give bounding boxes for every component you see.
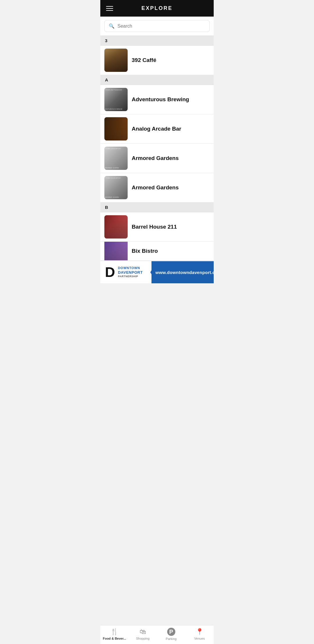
- section-header-b: B: [100, 202, 214, 212]
- item-name: Bix Bistro: [132, 248, 158, 254]
- sponsor-banner: D DOWNTOWN DAVENPORT PARTNERSHIP www.dow…: [100, 261, 214, 283]
- item-name: Analog Arcade Bar: [132, 126, 181, 132]
- search-container: 🔍: [100, 17, 214, 36]
- banner-text-group: DOWNTOWN DAVENPORT PARTNERSHIP: [118, 266, 143, 278]
- list-item[interactable]: Armored Gardens: [100, 144, 214, 173]
- item-image-bix: [104, 242, 128, 261]
- list-item[interactable]: Barrel House 211: [100, 212, 214, 242]
- search-input[interactable]: [117, 24, 205, 29]
- section-header-a: A: [100, 75, 214, 85]
- app-header: EXPLORE: [100, 0, 214, 17]
- banner-d-letter: D: [105, 265, 115, 279]
- list-item[interactable]: Armored Gardens: [100, 173, 214, 202]
- item-name: Barrel House 211: [132, 224, 177, 230]
- list-item[interactable]: Adventurous Brewing: [100, 85, 214, 114]
- item-image-armored2: [104, 176, 128, 199]
- list-item[interactable]: Bix Bistro: [100, 242, 214, 261]
- item-name: Adventurous Brewing: [132, 96, 189, 103]
- section-header-3: 3: [100, 36, 214, 46]
- banner-downtown: DOWNTOWN: [118, 266, 143, 270]
- item-name: 392 Caffé: [132, 57, 156, 63]
- menu-button[interactable]: [106, 6, 113, 11]
- banner-url-text: www.downtowndavenport.com: [156, 270, 214, 275]
- item-image-armored1: [104, 147, 128, 170]
- item-name: Armored Gardens: [132, 184, 179, 191]
- banner-logo: D DOWNTOWN DAVENPORT PARTNERSHIP: [100, 261, 151, 283]
- item-image-analog: [104, 117, 128, 140]
- item-image-barrel: [104, 215, 128, 239]
- list-item[interactable]: Analog Arcade Bar: [100, 114, 214, 144]
- banner-davenport: DAVENPORT: [118, 270, 143, 275]
- header-title: EXPLORE: [141, 5, 172, 11]
- banner-url[interactable]: www.downtowndavenport.com: [151, 261, 214, 283]
- item-image-adventurous: [104, 88, 128, 111]
- banner-partnership: PARTNERSHIP: [118, 275, 143, 278]
- search-bar[interactable]: 🔍: [104, 20, 210, 32]
- item-name: Armored Gardens: [132, 155, 179, 161]
- item-image-392-caffe: [104, 49, 128, 72]
- list-item[interactable]: 392 Caffé: [100, 46, 214, 75]
- search-icon: 🔍: [109, 23, 115, 29]
